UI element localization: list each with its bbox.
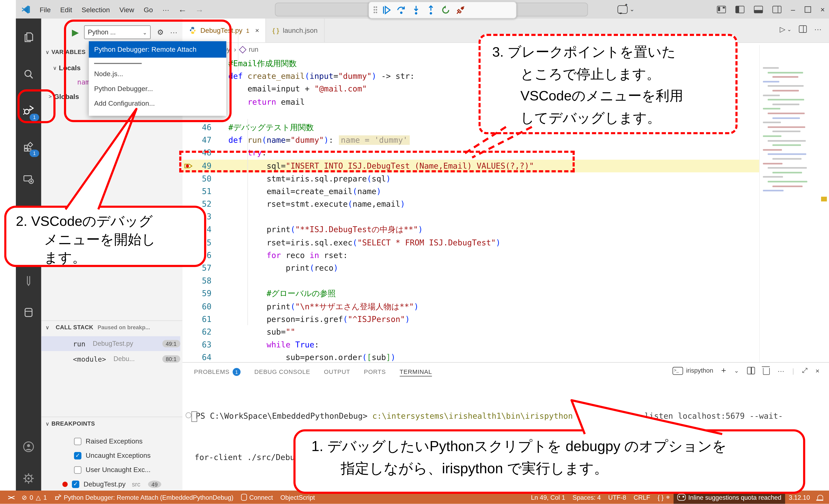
toggle-secondary-sidebar-icon[interactable]: [772, 5, 781, 13]
code-line-58[interactable]: 58: [182, 275, 760, 287]
code-line-54[interactable]: 54 print("**ISJ.DebugTestの中身は**"): [182, 223, 760, 236]
minimize-button[interactable]: –: [791, 5, 795, 14]
panel-tab-problems[interactable]: PROBLEMS1: [194, 368, 241, 377]
code-line-63[interactable]: 63 while True:: [182, 338, 760, 351]
disconnect-icon[interactable]: [455, 4, 466, 16]
breakpoint-dot-icon: [62, 481, 68, 487]
step-into-icon[interactable]: [410, 4, 422, 16]
menu-file[interactable]: File: [35, 5, 56, 13]
chevron-down-icon[interactable]: ⌄: [734, 367, 739, 374]
terminal-shell-item[interactable]: >_ irispython: [673, 367, 713, 375]
breakpoint-raised-exceptions[interactable]: Raised Exceptions: [41, 434, 182, 448]
method-icon: [239, 46, 246, 53]
continue-icon[interactable]: [381, 4, 392, 16]
code-line-60[interactable]: 60 print("\n**サザエさん登場人物は**"): [182, 300, 760, 313]
callstack-section-header[interactable]: ∨ CALL STACK Paused on breakp...: [45, 324, 150, 330]
database-icon[interactable]: [16, 300, 41, 325]
menu-[interactable]: ···: [157, 5, 174, 13]
checkbox[interactable]: [74, 437, 81, 445]
code-line-62[interactable]: 62 sub="": [182, 326, 760, 338]
menu-view[interactable]: View: [115, 5, 139, 13]
menu-go[interactable]: Go: [139, 5, 157, 13]
extensions-badge: 1: [30, 150, 39, 157]
checkbox[interactable]: ✓: [72, 480, 79, 488]
section-divider: [41, 417, 182, 417]
close-panel-icon[interactable]: ×: [816, 367, 820, 375]
forward-icon[interactable]: →: [191, 4, 208, 14]
code-line-55[interactable]: 55 rset=iris.sql.exec("SELECT * FROM ISJ…: [182, 236, 760, 249]
step-out-icon[interactable]: [425, 4, 437, 16]
code-line-56[interactable]: 56 for reco in rset:: [182, 249, 760, 262]
checkbox[interactable]: ✓: [74, 452, 81, 459]
panel-tab-ports[interactable]: PORTS: [364, 369, 386, 376]
explorer-icon[interactable]: [16, 25, 41, 50]
divider: |: [792, 367, 794, 375]
code-line-50[interactable]: 50 stmt=iris.sql.prepare(sql): [182, 172, 760, 185]
split-editor-icon[interactable]: [799, 26, 807, 33]
checkbox[interactable]: [74, 466, 81, 473]
accounts-icon[interactable]: [16, 434, 41, 460]
breadcrumb-symbol[interactable]: run: [249, 46, 258, 53]
menu-edit[interactable]: Edit: [56, 5, 77, 13]
panel-tab-output[interactable]: OUTPUT: [324, 369, 350, 376]
remote-indicator[interactable]: ><: [4, 491, 18, 504]
code-line-47[interactable]: 47def run(name="dummy"):name = 'dummy': [182, 134, 760, 147]
section-divider: [41, 320, 182, 321]
toggle-sidebar-icon[interactable]: [735, 5, 744, 13]
back-icon[interactable]: ←: [174, 4, 191, 14]
code-line-53[interactable]: 53: [182, 211, 760, 223]
kill-terminal-icon[interactable]: [763, 368, 769, 375]
panel-more-icon[interactable]: ···: [778, 367, 784, 375]
maximize-panel-icon[interactable]: ⤢: [802, 366, 807, 375]
breakpoints-section-header[interactable]: ∨ BREAKPOINTS: [45, 420, 95, 427]
server-icon: [241, 494, 247, 501]
toggle-panel-icon[interactable]: [754, 5, 763, 13]
close-tab-icon[interactable]: ×: [255, 27, 259, 34]
settings-gear-icon[interactable]: [16, 466, 41, 491]
search-icon[interactable]: [16, 62, 41, 87]
menu-selection[interactable]: Selection: [77, 5, 115, 13]
debug-toolbar: [369, 2, 517, 19]
scrollbar-warning-marker: [821, 197, 827, 202]
close-button[interactable]: ×: [821, 5, 825, 14]
split-terminal-icon[interactable]: [747, 367, 755, 374]
chevron-right-icon: ›: [234, 46, 236, 53]
restart-icon[interactable]: [440, 4, 452, 16]
annotation-1: 1. デバッグしたいPythonスクリプトを debugpy のオプションを 指…: [293, 429, 805, 494]
annotation-2: 2. VSCodeのデバッグ メニューを開始し ます。: [4, 206, 206, 267]
breakpoint-file-row[interactable]: ✓DebugTest.pysrc49: [41, 477, 182, 491]
breakpoint-uncaught-exceptions[interactable]: ✓Uncaught Exceptions: [41, 448, 182, 463]
panel-tab-terminal[interactable]: TERMINAL: [400, 368, 432, 376]
debug-session-status[interactable]: Python Debugger: Remote Attach (Embedded…: [50, 491, 237, 504]
code-line-51[interactable]: 51 email=create_email(name): [182, 185, 760, 198]
chevron-down-icon: ∨: [45, 49, 49, 55]
customize-layout-icon[interactable]: [717, 5, 726, 13]
error-icon: ⊘: [22, 494, 27, 501]
intersystems-extension-icon[interactable]: [16, 268, 41, 293]
panel-tab-debug-console[interactable]: DEBUG CONSOLE: [254, 369, 310, 376]
breakpoint-user-uncaught-exc-[interactable]: User Uncaught Exc...: [41, 463, 182, 477]
new-terminal-icon[interactable]: +: [721, 366, 726, 375]
annotation-3: 3. ブレークポイントを置いた ところで停止します。 VSCodeのメニューを利…: [478, 34, 737, 134]
code-line-59[interactable]: 59 #グローバルの参照: [182, 287, 760, 300]
callstack-frame-module[interactable]: <module>Debu...80:1: [41, 352, 180, 366]
maximize-button[interactable]: [804, 6, 811, 12]
connect-status[interactable]: Connect: [237, 491, 277, 504]
callstack-header-label: CALL STACK: [56, 324, 93, 330]
code-line-52[interactable]: 52 rset=stmt.execute(name,email): [182, 198, 760, 211]
code-line-57[interactable]: 57 print(reco): [182, 262, 760, 275]
extensions-icon[interactable]: 1: [16, 134, 41, 159]
drag-grip-icon[interactable]: [373, 6, 377, 14]
indent-guide: [238, 32, 239, 71]
editor-more-icon[interactable]: ···: [814, 25, 822, 33]
callstack-frame-run[interactable]: runDebugTest.py49:1: [41, 336, 180, 351]
code-line-61[interactable]: 61 person=iris.gref("^ISJPerson"): [182, 313, 760, 326]
notifications-bell[interactable]: [814, 491, 829, 504]
problems-status[interactable]: ⊘0 △1: [18, 491, 50, 504]
tab-launch-json[interactable]: { }launch.json: [266, 19, 325, 42]
remote-explorer-icon[interactable]: [16, 167, 41, 192]
run-python-icon[interactable]: ▷⌄: [780, 25, 792, 33]
copilot-chat-button[interactable]: ⌄: [617, 5, 635, 14]
step-over-icon[interactable]: [395, 4, 407, 16]
annotation-toolbar-box: [64, 20, 231, 122]
